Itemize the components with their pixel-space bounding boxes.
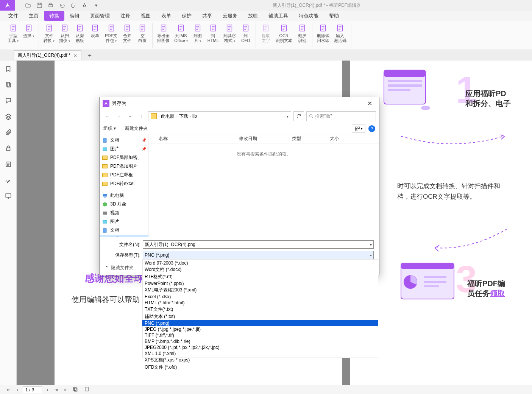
tree-item-PDF局部加密、[interactable]: PDF局部加密、 xyxy=(100,153,148,162)
undo-icon[interactable] xyxy=(57,1,67,10)
copy-icon[interactable] xyxy=(71,386,80,393)
ribbon-选择[interactable]: 选择 ▾ xyxy=(21,23,36,39)
ribbon-到HTML[interactable]: 到 HTML xyxy=(205,23,221,44)
filetype-option[interactable]: 辅助文本 (*.txt) xyxy=(142,313,378,320)
print-icon[interactable] xyxy=(45,1,56,10)
filetype-option[interactable]: Excel (*.xlsx) xyxy=(142,294,378,300)
view-options-button[interactable]: ▾ xyxy=(352,125,365,133)
ribbon-从剪贴板[interactable]: 从剪 贴板 xyxy=(72,23,87,44)
tree-item-PDF转excel[interactable]: PDF转excel xyxy=(100,179,148,188)
touch-icon[interactable] xyxy=(80,1,90,10)
tree-item-图片[interactable]: 图片 xyxy=(100,217,148,226)
tree-item-文档[interactable]: 文档 xyxy=(100,226,148,235)
menu-注释[interactable]: 注释 xyxy=(115,11,136,21)
fast-forward-button[interactable]: » xyxy=(62,387,68,392)
filetype-option[interactable]: TXT文件(*.txt) xyxy=(142,306,378,313)
ribbon-PDF文件包[interactable]: PDF文 件包 ▾ xyxy=(103,23,120,44)
menu-编辑[interactable]: 编辑 xyxy=(64,11,85,21)
ribbon-从扫描仪[interactable]: 从扫 描仪 ▾ xyxy=(57,23,72,44)
ribbon-到图片[interactable]: 到图 片 ▾ xyxy=(190,23,205,44)
filetype-option[interactable]: XML电子表格2003 (*.xml) xyxy=(142,287,378,294)
presentation-icon[interactable] xyxy=(4,192,13,201)
ribbon-删除试用水印[interactable]: 删除试 用水印 xyxy=(315,23,332,44)
save-icon[interactable] xyxy=(34,1,45,10)
nav-recent-dropdown-icon[interactable]: ▾ xyxy=(125,112,134,121)
breadcrumb-bar[interactable]: › 此电脑 › 下载 › lib ▾ xyxy=(148,111,291,121)
menu-保护[interactable]: 保护 xyxy=(176,11,197,21)
menu-视图[interactable]: 视图 xyxy=(136,11,156,21)
filetype-option[interactable]: TIFF (*.tiff,*.tif) xyxy=(142,332,378,338)
filetype-option[interactable]: XPS文档(*.xps,*.oxps) xyxy=(142,357,378,364)
ribbon-导出全部图像[interactable]: 导出全 部图像 xyxy=(155,23,172,44)
hide-folders-toggle[interactable]: 隐藏文件夹 xyxy=(111,265,134,271)
close-tab-icon[interactable]: ✕ xyxy=(73,53,77,58)
comment-icon[interactable] xyxy=(4,96,13,105)
ribbon-合并文件[interactable]: 合并 文件 xyxy=(120,23,135,44)
dialog-title-bar[interactable]: 另存为 ✕ xyxy=(100,97,379,109)
column-size[interactable]: 大小 xyxy=(327,135,357,142)
menu-帮助[interactable]: 帮助 xyxy=(324,11,344,21)
first-page-button[interactable]: ⇤ xyxy=(5,387,12,392)
tree-item-PDF添加图片[interactable]: PDF添加图片 xyxy=(100,162,148,171)
ribbon-到MSOffice[interactable]: 到 MS Office ▾ xyxy=(172,23,190,44)
menu-云服务[interactable]: 云服务 xyxy=(217,11,243,21)
filetype-option[interactable]: RTF格式(*.rtf) xyxy=(142,273,378,280)
nav-forward-icon[interactable]: → xyxy=(114,112,123,121)
page-icon[interactable] xyxy=(83,386,91,393)
bookmark-icon[interactable] xyxy=(4,64,13,73)
menu-特色功能[interactable]: 特色功能 xyxy=(293,11,324,21)
filetype-option[interactable]: JPEG (*.jpg,*.jpeg,*.jpe,*.jif) xyxy=(142,326,378,332)
tree-item-视频[interactable]: 视频 xyxy=(100,209,148,217)
menu-页面管理[interactable]: 页面管理 xyxy=(85,11,115,21)
menu-放映[interactable]: 放映 xyxy=(243,11,263,21)
tree-item-PDF注释框[interactable]: PDF注释框 xyxy=(100,171,148,179)
crumb-dropdown-icon[interactable]: ▾ xyxy=(287,114,289,118)
ribbon-到OFD[interactable]: 到 OFD xyxy=(238,23,253,44)
column-name[interactable]: 名称 xyxy=(149,135,236,142)
new-folder-button[interactable]: 新建文件夹 xyxy=(125,125,148,132)
search-box[interactable]: 搜索"lib" xyxy=(306,111,376,121)
filetype-option[interactable]: Word文档 (*.docx) xyxy=(142,266,378,273)
ribbon-截屏识别[interactable]: 截屏 识别 xyxy=(295,23,310,44)
security-icon[interactable] xyxy=(4,144,13,153)
help-button[interactable]: ? xyxy=(368,125,375,132)
column-date[interactable]: 修改日期 xyxy=(236,135,289,142)
page-indicator[interactable]: 1 / 3 xyxy=(23,386,42,393)
ribbon-表单[interactable]: 表单 xyxy=(87,23,103,39)
new-tab-button[interactable]: ＋ xyxy=(87,51,93,59)
pages-icon[interactable] xyxy=(4,80,13,89)
menu-主页[interactable]: 主页 xyxy=(23,11,44,21)
refresh-button[interactable] xyxy=(293,111,304,121)
ribbon-空白页[interactable]: 空 白页 xyxy=(135,23,150,44)
menu-文件[interactable]: 文件 xyxy=(3,11,23,21)
ribbon-到其它格式[interactable]: 到其它 格式 ▾ xyxy=(221,23,238,44)
form-fill-icon[interactable] xyxy=(4,160,13,169)
signature-icon[interactable] xyxy=(4,176,13,185)
nav-back-icon[interactable]: ← xyxy=(103,112,112,121)
last-page-button[interactable]: ⇥ xyxy=(53,387,59,392)
filetype-option[interactable]: Word 97-2003 (*.doc) xyxy=(142,260,378,266)
attachment-icon[interactable] xyxy=(4,128,13,137)
menu-表单[interactable]: 表单 xyxy=(156,11,176,21)
document-tab[interactable]: 新人引导(1)_OCR(4).pdf * ✕ xyxy=(14,50,81,60)
ribbon-输入激活码[interactable]: 输入 激活码 xyxy=(332,23,349,44)
filetype-option[interactable]: OFD文件 (*.ofd) xyxy=(142,364,378,371)
column-type[interactable]: 类型 xyxy=(289,135,327,142)
tree-item-3D 对象[interactable]: 3D 对象 xyxy=(100,200,148,209)
savetype-select[interactable]: PNG (*.png)▾ xyxy=(143,251,374,259)
close-dialog-button[interactable]: ✕ xyxy=(364,100,376,107)
tree-item-图片[interactable]: 图片📌 xyxy=(100,145,148,153)
prev-page-button[interactable]: ‹ xyxy=(15,387,20,392)
chevron-up-icon[interactable]: ⌃ xyxy=(105,265,109,271)
filetype-option[interactable]: PowerPoint (*.pptx) xyxy=(142,280,378,287)
filetype-option[interactable]: XML 1.0 (*.xml) xyxy=(142,350,378,357)
menu-辅助工具[interactable]: 辅助工具 xyxy=(263,11,293,21)
organize-button[interactable]: 组织 ▾ xyxy=(103,125,116,132)
menu-转换[interactable]: 转换 xyxy=(44,11,64,21)
filetype-option[interactable]: JPEG2000 (*.jpf,*.jpx,*.jp2,*.j2k,*.jpc) xyxy=(142,344,378,350)
filetype-option[interactable]: BMP (*.bmp,*.dib,*.rle) xyxy=(142,338,378,344)
filename-input[interactable]: 新人引导(1)_OCR(4).png▾ xyxy=(143,240,374,249)
nav-up-icon[interactable]: ↑ xyxy=(137,112,146,121)
tree-item-下载[interactable]: 下载 xyxy=(100,235,148,237)
crumb[interactable]: 此电脑 xyxy=(161,113,175,120)
